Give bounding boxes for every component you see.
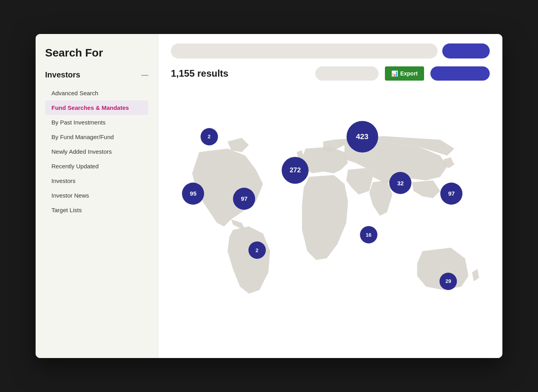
sidebar-item-by-past-investments[interactable]: By Past Investments — [45, 115, 148, 130]
top-bar — [171, 43, 490, 58]
results-count: 1,155 results — [171, 68, 228, 79]
app-window: Search For Investors — Advanced SearchFu… — [36, 34, 502, 358]
map-bubble-middle-east[interactable]: 32 — [389, 172, 411, 194]
sidebar-title: Search For — [45, 47, 148, 59]
collapse-icon[interactable]: — — [141, 71, 148, 79]
sidebar-item-investors[interactable]: Investors — [45, 173, 148, 188]
sidebar-item-fund-searches[interactable]: Fund Searches & Mandates — [45, 100, 148, 115]
export-label: Export — [400, 70, 418, 77]
map-bubble-australia[interactable]: 29 — [439, 273, 457, 290]
sidebar-nav: Advanced SearchFund Searches & MandatesB… — [45, 86, 148, 217]
bubbles-container: 22729597423329721629 — [171, 90, 490, 349]
map-container: 22729597423329721629 — [171, 90, 490, 349]
search-bar[interactable] — [171, 43, 438, 58]
export-button[interactable]: 📊 Export — [385, 66, 424, 81]
sidebar: Search For Investors — Advanced SearchFu… — [36, 34, 158, 358]
main-content: 1,155 results 📊 Export — [158, 34, 502, 358]
map-bubble-south-america[interactable]: 2 — [248, 241, 266, 259]
map-bubble-north-america-west[interactable]: 95 — [182, 183, 204, 205]
sidebar-item-newly-added[interactable]: Newly Added Investors — [45, 144, 148, 159]
sidebar-item-recently-updated[interactable]: Recently Updated — [45, 159, 148, 173]
map-bubble-asia-pacific[interactable]: 97 — [440, 183, 462, 205]
export-icon: 📊 — [391, 70, 398, 77]
map-bubble-north-america-south[interactable]: 97 — [233, 188, 255, 210]
map-bubble-north-america-central[interactable]: 272 — [282, 157, 309, 184]
map-bubble-europe[interactable]: 423 — [347, 121, 378, 153]
sidebar-section-header: Investors — — [45, 70, 148, 79]
sidebar-item-target-lists[interactable]: Target Lists — [45, 203, 148, 217]
filter-pill[interactable] — [315, 66, 379, 81]
view-toggle-button[interactable] — [430, 66, 490, 81]
map-bubble-north-america-nw[interactable]: 2 — [201, 128, 218, 145]
sidebar-item-advanced-search[interactable]: Advanced Search — [45, 86, 148, 100]
results-bar: 1,155 results 📊 Export — [171, 66, 490, 81]
sidebar-item-investor-news[interactable]: Investor News — [45, 188, 148, 203]
top-action-button[interactable] — [442, 43, 490, 58]
map-bubble-africa[interactable]: 16 — [360, 226, 377, 243]
sidebar-item-by-fund-manager[interactable]: By Fund Manager/Fund — [45, 130, 148, 144]
sidebar-section-title: Investors — [45, 70, 80, 79]
